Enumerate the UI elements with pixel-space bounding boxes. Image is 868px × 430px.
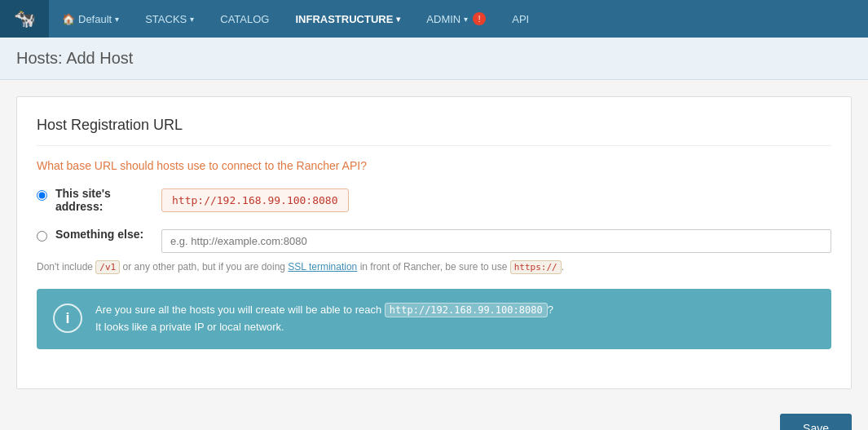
chevron-down-icon: ▾	[190, 15, 194, 24]
nav-item-catalog[interactable]: CATALOG	[207, 0, 282, 38]
save-row: Save	[0, 406, 868, 430]
https-code: https://	[510, 260, 562, 274]
nav-item-default[interactable]: 🏠 Default ▾	[49, 0, 132, 38]
chevron-down-icon: ▾	[464, 15, 468, 24]
page-title: Hosts: Add Host	[16, 49, 852, 68]
custom-url-input[interactable]	[161, 229, 831, 253]
v1-code: /v1	[95, 260, 120, 274]
nav-item-admin[interactable]: ADMIN ▾ !	[413, 0, 499, 38]
info-url: http://192.168.99.100:8080	[385, 303, 548, 317]
nav-item-infrastructure[interactable]: INFRASTRUCTURE ▾	[282, 0, 413, 38]
info-line1: Are you sure all the hosts you will crea…	[95, 302, 553, 319]
info-box: i Are you sure all the hosts you will cr…	[37, 289, 831, 349]
logo[interactable]: 🐄	[0, 0, 49, 38]
nav-item-api[interactable]: API	[499, 0, 542, 38]
site-address-value: http://192.168.99.100:8080	[161, 188, 349, 212]
card-title: Host Registration URL	[37, 117, 831, 146]
radio-input-something-else-container	[161, 228, 831, 253]
chevron-down-icon: ▾	[115, 15, 119, 24]
home-icon: 🏠	[62, 13, 75, 25]
radio-option-this-site: This site's address: http://192.168.99.1…	[37, 187, 831, 213]
question-text: What base URL should hosts use to connec…	[37, 159, 831, 172]
radio-label-something-else: Something else:	[55, 228, 153, 241]
nav-items: 🏠 Default ▾ STACKS ▾ CATALOG INFRASTRUCT…	[49, 0, 542, 38]
chevron-down-icon: ▾	[396, 15, 400, 24]
nav-item-stacks[interactable]: STACKS ▾	[132, 0, 207, 38]
radio-something-else[interactable]	[37, 231, 47, 242]
radio-this-site[interactable]	[37, 190, 47, 201]
page-title-suffix: Add Host	[66, 49, 133, 67]
info-text: Are you sure all the hosts you will crea…	[95, 302, 553, 336]
radio-label-this-site: This site's address:	[55, 187, 153, 213]
navbar: 🐄 🏠 Default ▾ STACKS ▾ CATALOG INFRASTRU…	[0, 0, 868, 38]
info-icon: i	[53, 304, 82, 333]
admin-badge: !	[473, 12, 486, 25]
radio-option-something-else: Something else:	[37, 228, 831, 253]
ssl-termination-link[interactable]: SSL termination	[288, 261, 357, 273]
hint-text: Don't include /v1 or any other path, but…	[37, 261, 831, 273]
save-button[interactable]: Save	[780, 414, 852, 430]
host-registration-card: Host Registration URL What base URL shou…	[16, 96, 852, 389]
page-header: Hosts: Add Host	[0, 38, 868, 80]
logo-icon: 🐄	[14, 8, 36, 29]
radio-value-this-site: http://192.168.99.100:8080	[161, 187, 831, 212]
info-line2: It looks like a private IP or local netw…	[95, 319, 553, 336]
main-content: Host Registration URL What base URL shou…	[0, 80, 868, 406]
